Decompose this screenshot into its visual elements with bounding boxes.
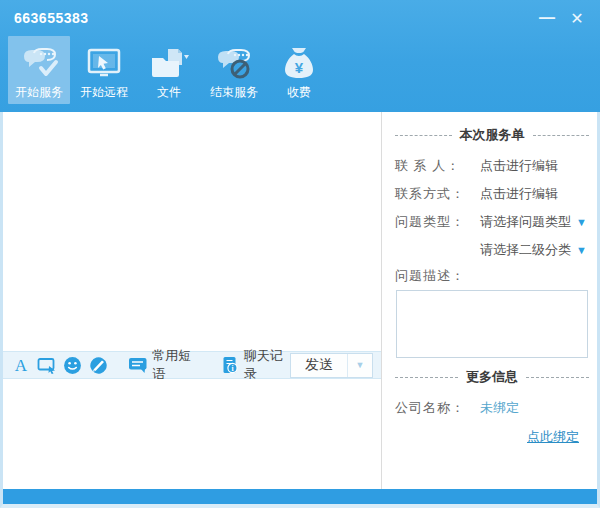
- start-service-button[interactable]: 开始服务: [8, 36, 70, 104]
- service-form-panel: 本次服务单 联 系 人： 点击进行编辑 联系方式： 点击进行编辑 问题类型： 请…: [382, 112, 597, 489]
- bottom-status-bar: [3, 489, 597, 504]
- file-folder-icon: [148, 44, 190, 84]
- issue-type-row: 问题类型： 请选择问题类型 ▼: [395, 209, 589, 235]
- dashed-divider: [395, 377, 458, 378]
- issue-type-dropdown-icon[interactable]: ▼: [571, 216, 589, 228]
- chevron-down-icon: ▼: [356, 360, 365, 370]
- close-button[interactable]: ✕: [566, 7, 588, 29]
- company-value: 未绑定: [475, 399, 589, 417]
- contact-method-label: 联系方式：: [395, 185, 475, 203]
- chat-stop-icon: [213, 44, 255, 84]
- charge-button[interactable]: ¥ 收费: [268, 36, 330, 104]
- chat-toolbar: A: [3, 351, 381, 379]
- chat-check-icon: [19, 44, 59, 84]
- window-controls: — ✕: [536, 7, 588, 29]
- more-info-section-title: 更多信息: [458, 368, 526, 386]
- doodle-pen-icon: [89, 356, 108, 375]
- window-title: 663655383: [14, 10, 89, 26]
- bind-company-link[interactable]: 点此绑定: [527, 428, 579, 446]
- issue-type-label: 问题类型：: [395, 213, 475, 231]
- issue-type-select[interactable]: 请选择问题类型: [475, 213, 571, 231]
- history-doc-icon: i: [220, 355, 240, 375]
- emoji-button[interactable]: [63, 355, 83, 375]
- contact-edit-value[interactable]: 点击进行编辑: [475, 157, 589, 175]
- screenshot-icon: [37, 356, 57, 374]
- service-section-title: 本次服务单: [452, 126, 533, 144]
- common-phrases-label: 常用短语: [152, 347, 198, 383]
- font-format-button[interactable]: A: [11, 355, 31, 375]
- app-window: 663655383 — ✕ 开始服务: [0, 0, 600, 508]
- window-header: 663655383 — ✕ 开始服务: [0, 0, 600, 112]
- main-toolbar: 开始服务 开始远程: [0, 36, 600, 106]
- issue-description-label: 问题描述：: [395, 264, 589, 288]
- company-label: 公司名称：: [395, 399, 475, 417]
- chat-history-label: 聊天记录: [244, 347, 290, 383]
- dashed-divider: [526, 377, 589, 378]
- main-area: A: [3, 112, 597, 489]
- contact-method-row: 联系方式： 点击进行编辑: [395, 181, 589, 207]
- issue-subtype-select[interactable]: 请选择二级分类: [475, 241, 571, 259]
- svg-text:¥: ¥: [295, 59, 304, 76]
- start-remote-label: 开始远程: [80, 84, 128, 100]
- message-input[interactable]: [3, 379, 381, 489]
- more-info-section-header: 更多信息: [395, 368, 589, 386]
- window-body: A: [0, 112, 600, 508]
- end-service-button[interactable]: 结束服务: [203, 36, 265, 104]
- contact-method-edit-value[interactable]: 点击进行编辑: [475, 185, 589, 203]
- common-phrases-button[interactable]: 常用短语: [128, 347, 198, 383]
- file-label: 文件: [157, 84, 181, 100]
- issue-description-textarea[interactable]: [396, 290, 588, 358]
- dashed-divider: [533, 135, 590, 136]
- font-a-icon: A: [15, 357, 27, 374]
- start-remote-button[interactable]: 开始远程: [73, 36, 135, 104]
- phrases-bubble-icon: [128, 355, 148, 375]
- send-options-dropdown[interactable]: ▼: [347, 354, 372, 377]
- chat-history-button[interactable]: i 聊天记录: [220, 347, 290, 383]
- remote-monitor-icon: [84, 44, 124, 84]
- file-button[interactable]: 文件: [138, 36, 200, 104]
- titlebar: 663655383 — ✕: [0, 0, 600, 36]
- end-service-label: 结束服务: [210, 84, 258, 100]
- issue-subtype-dropdown-icon[interactable]: ▼: [571, 244, 589, 256]
- contact-row: 联 系 人： 点击进行编辑: [395, 153, 589, 179]
- screenshot-button[interactable]: [37, 355, 57, 375]
- minimize-button[interactable]: —: [536, 7, 558, 29]
- emoji-smiley-icon: [63, 356, 82, 375]
- company-row: 公司名称： 未绑定: [395, 395, 589, 421]
- contact-label: 联 系 人：: [395, 157, 475, 175]
- bind-row: 点此绑定: [395, 422, 589, 446]
- send-button-group: 发送 ▼: [290, 353, 373, 378]
- issue-subtype-row: 请选择二级分类 ▼: [395, 237, 589, 263]
- doodle-button[interactable]: [88, 355, 108, 375]
- chat-pane: A: [3, 112, 381, 489]
- chat-message-area: [3, 112, 381, 351]
- charge-label: 收费: [287, 84, 311, 100]
- send-button[interactable]: 发送: [291, 354, 347, 377]
- money-bag-icon: ¥: [281, 44, 317, 84]
- dashed-divider: [395, 135, 452, 136]
- start-service-label: 开始服务: [15, 84, 63, 100]
- svg-text:i: i: [231, 364, 233, 373]
- service-section-header: 本次服务单: [395, 126, 589, 144]
